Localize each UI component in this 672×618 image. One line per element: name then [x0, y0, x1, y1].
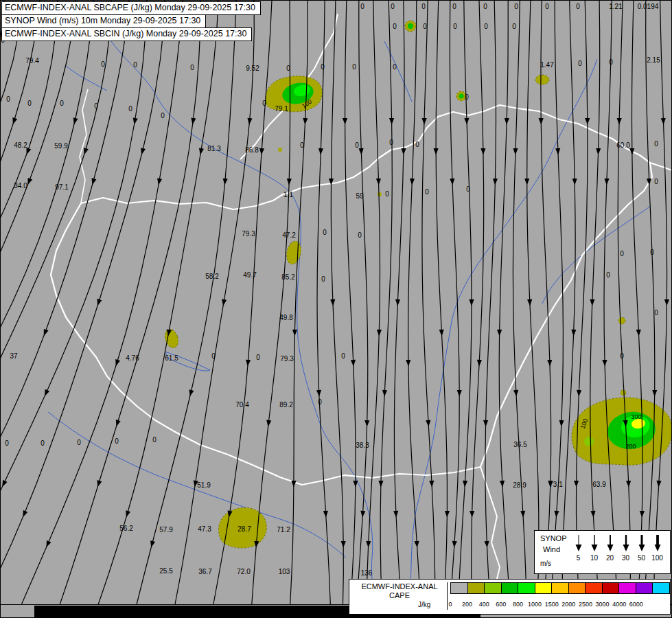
cape-scale-values: 0200400600800100015002000250030004000600…	[450, 601, 670, 610]
cape-scale-box	[585, 582, 603, 594]
wind-legend-title: SYNOP	[540, 534, 567, 542]
cape-legend-model: ECMWF-INDEX-ANAL CAPE	[352, 582, 448, 610]
title-line-wind: SYNOP Wind (m/s) 10m Monday 29-09-2025 1…	[1, 14, 206, 28]
cape-scale-box	[467, 582, 485, 594]
cape-color-scale	[450, 582, 670, 594]
title-legend: ECMWF-INDEX-ANAL SBCAPE (J/kg) Monday 29…	[1, 1, 261, 41]
wind-speed-label: 10	[590, 554, 598, 562]
cape-scale-value: 6000	[629, 601, 643, 608]
wind-speed-label: 50	[638, 554, 645, 562]
cape-scale-value: 3000	[596, 601, 610, 608]
wind-speed-label: 30	[622, 554, 629, 562]
wind-arrow-icon	[634, 534, 649, 553]
cape-scale-box	[602, 582, 620, 594]
wind-speed-column: 100	[649, 534, 665, 562]
cape-scale-box	[501, 582, 519, 594]
cape-scale-value: 600	[496, 601, 506, 608]
cape-scale-value: 1000	[528, 601, 542, 608]
cape-scale-value: 400	[479, 601, 489, 608]
wind-speed-column: 20	[602, 534, 618, 562]
wind-legend-unit: m/s	[540, 560, 551, 567]
wind-speed-column: 50	[634, 534, 649, 562]
cape-scale-value: 2000	[561, 601, 575, 608]
cape-param-name: CAPE	[352, 591, 447, 600]
weather-map: 000000001.210.019400000579.40009.5200001…	[0, 0, 672, 618]
title-line-sbcin: ECMWF-INDEX-ANAL SBCIN (J/kg) Monday 29-…	[1, 27, 252, 41]
cape-scale-box	[484, 582, 502, 594]
wind-speed-label: 5	[577, 554, 581, 562]
wind-legend: SYNOP Wind m/s 510203050100	[534, 530, 671, 574]
wind-arrow-icon	[650, 534, 665, 553]
wind-speed-column: 5	[570, 534, 586, 562]
title-line-sbcape: ECMWF-INDEX-ANAL SBCAPE (J/kg) Monday 29…	[1, 1, 261, 15]
wind-arrow-icon	[603, 534, 618, 553]
wind-arrow-icon	[618, 534, 634, 553]
wind-speed-label: 100	[651, 554, 663, 562]
cape-scale-value: 1500	[545, 601, 559, 608]
cape-scale-value: 2500	[579, 601, 592, 608]
cape-scale-box	[618, 582, 636, 594]
wind-speed-column: 30	[618, 534, 634, 562]
wind-arrow-icon	[587, 534, 602, 553]
wind-speed-column: 10	[586, 534, 602, 562]
wind-speed-scale: 510203050100	[570, 534, 665, 562]
cape-scale-value: 800	[513, 601, 523, 608]
map-canvas	[0, 0, 672, 618]
wind-legend-subtitle: Wind	[543, 545, 560, 553]
wind-speed-label: 20	[606, 554, 614, 562]
cape-scale-box	[652, 582, 670, 594]
cape-scale-value: 200	[462, 601, 472, 608]
cape-scale-box	[636, 582, 653, 594]
wind-arrow-icon	[571, 534, 586, 553]
cape-scale-box	[450, 582, 468, 594]
cape-scale-box	[518, 582, 535, 594]
cape-scale-box	[551, 582, 569, 594]
cape-model-name: ECMWF-INDEX-ANAL	[352, 582, 447, 591]
cape-scale-value: 0	[448, 601, 452, 608]
cape-scale-box	[535, 582, 553, 594]
cape-scale-value: 4000	[612, 601, 626, 608]
cape-legend-unit: J/kg	[418, 601, 430, 608]
cape-scale-box	[568, 582, 586, 594]
cape-legend: ECMWF-INDEX-ANAL CAPE J/kg 0200400600800…	[349, 579, 671, 615]
